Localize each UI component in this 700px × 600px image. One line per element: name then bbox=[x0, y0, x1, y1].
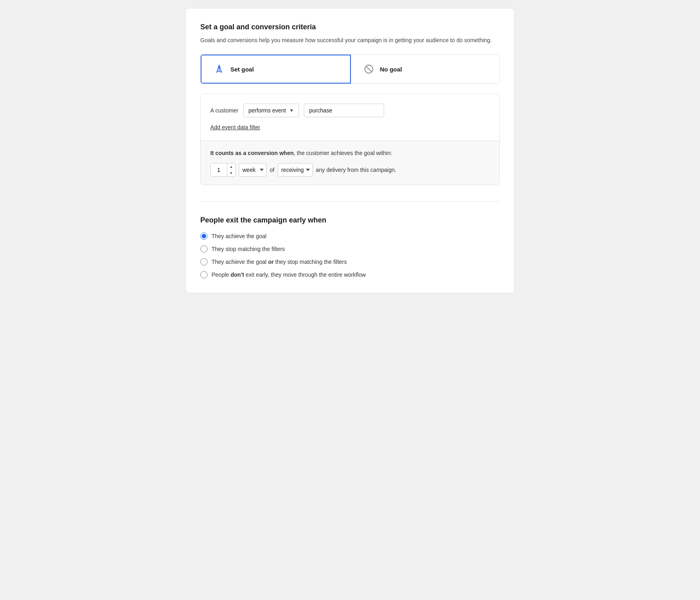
exit-radio-dont-exit[interactable] bbox=[200, 271, 208, 278]
tab-set-goal[interactable]: Set goal bbox=[201, 55, 351, 84]
event-type-dropdown[interactable]: performs event ▼ bbox=[243, 104, 299, 117]
conversion-text-rest: , the customer achieves the goal within: bbox=[294, 150, 392, 156]
event-type-arrow: ▼ bbox=[289, 108, 294, 113]
trigger-select[interactable]: receiving opening clicking bbox=[278, 163, 313, 177]
exit-title: People exit the campaign early when bbox=[200, 216, 500, 224]
no-goal-icon bbox=[362, 63, 375, 76]
conversion-number-wrapper: ▲ ▼ bbox=[210, 163, 236, 177]
conversion-text: It counts as a conversion when, the cust… bbox=[210, 149, 490, 157]
exit-radio-group: They achieve the goal They stop matching… bbox=[200, 233, 500, 278]
exit-label-achieve-goal: They achieve the goal bbox=[212, 233, 267, 239]
event-type-value: performs event bbox=[248, 107, 286, 114]
conversion-number-input[interactable] bbox=[211, 163, 227, 176]
tab-no-goal-label: No goal bbox=[380, 66, 402, 73]
exit-section: People exit the campaign early when They… bbox=[200, 216, 500, 278]
customer-row: A customer performs event ▼ bbox=[210, 104, 490, 117]
number-spinners: ▲ ▼ bbox=[227, 163, 235, 176]
add-event-filter-label: Add event data filter bbox=[210, 124, 260, 131]
tab-no-goal[interactable]: No goal bbox=[351, 55, 500, 84]
section-divider bbox=[200, 201, 500, 202]
page-container: Set a goal and conversion criteria Goals… bbox=[185, 8, 515, 293]
exit-option-achieve-or-stop[interactable]: They achieve the goal or they stop match… bbox=[200, 258, 500, 265]
time-unit-select[interactable]: week day month bbox=[239, 163, 267, 177]
spinner-down-button[interactable]: ▼ bbox=[227, 170, 235, 176]
page-title: Set a goal and conversion criteria bbox=[200, 23, 500, 31]
spinner-up-button[interactable]: ▲ bbox=[227, 163, 235, 170]
goal-icon bbox=[213, 63, 226, 76]
add-event-filter-button[interactable]: Add event data filter bbox=[210, 124, 260, 131]
page-description: Goals and conversions help you measure h… bbox=[200, 36, 500, 45]
exit-option-stop-matching[interactable]: They stop matching the filters bbox=[200, 245, 500, 253]
conversion-of-label: of bbox=[270, 167, 275, 173]
exit-label-achieve-or-stop: They achieve the goal or they stop match… bbox=[212, 259, 347, 265]
conversion-suffix: any delivery from this campaign. bbox=[316, 167, 397, 173]
goal-config-top: A customer performs event ▼ Add event da… bbox=[201, 94, 499, 141]
goal-tabs: Set goal No goal bbox=[200, 54, 500, 84]
event-name-input[interactable] bbox=[304, 104, 384, 117]
exit-radio-stop-matching[interactable] bbox=[200, 245, 208, 253]
conversion-row: ▲ ▼ week day month of receiving opening … bbox=[210, 163, 490, 177]
exit-radio-achieve-or-stop[interactable] bbox=[200, 258, 208, 265]
exit-label-stop-matching: They stop matching the filters bbox=[212, 246, 285, 252]
customer-label: A customer bbox=[210, 107, 238, 114]
goal-config-bottom: It counts as a conversion when, the cust… bbox=[201, 141, 499, 185]
exit-radio-achieve-goal[interactable] bbox=[200, 233, 208, 240]
goal-config-box: A customer performs event ▼ Add event da… bbox=[200, 94, 500, 185]
exit-label-dont-exit: People don't exit early, they move throu… bbox=[212, 271, 366, 278]
exit-option-achieve-goal[interactable]: They achieve the goal bbox=[200, 233, 500, 240]
exit-option-dont-exit[interactable]: People don't exit early, they move throu… bbox=[200, 271, 500, 278]
tab-set-goal-label: Set goal bbox=[230, 66, 254, 73]
conversion-text-bold: It counts as a conversion when bbox=[210, 150, 294, 156]
